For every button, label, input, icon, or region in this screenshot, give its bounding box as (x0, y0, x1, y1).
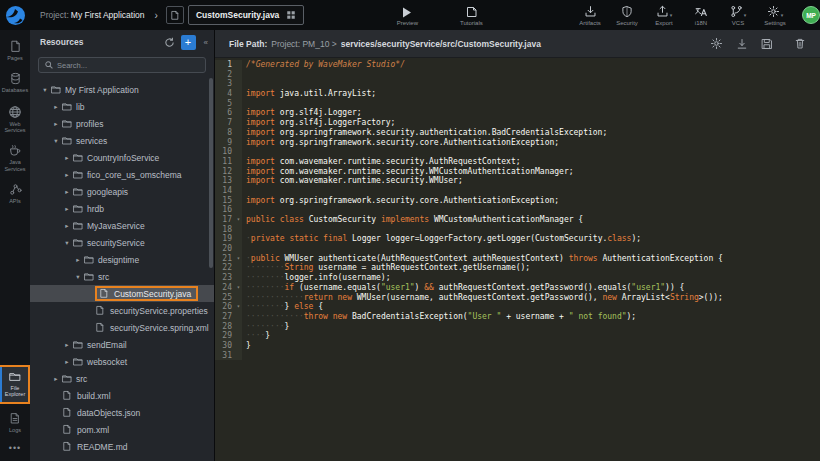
fold-caret-icon[interactable]: ▾ (235, 254, 242, 264)
save-icon[interactable] (761, 38, 773, 50)
line-number: 1 (215, 60, 235, 70)
tree-row-securityservice[interactable]: ▾securityService (30, 234, 214, 251)
project-name: My First Application (71, 10, 145, 20)
grid-icon[interactable] (286, 10, 296, 20)
tree-row-googleapis[interactable]: ▸googleapis (30, 183, 214, 200)
fold-caret-icon[interactable]: ▾ (235, 302, 242, 312)
tree-row-myjavaservice[interactable]: ▸MyJavaService (30, 217, 214, 234)
rail-item-java-services[interactable]: Java Services (0, 140, 30, 176)
tree-row-fico-core-us-omschema[interactable]: ▸fico_core_us_omschema (30, 166, 214, 183)
caret-right-icon[interactable]: ▸ (62, 171, 72, 179)
tab-customsecurity-java[interactable]: CustomSecurity.java (188, 5, 304, 25)
code-text (242, 79, 246, 89)
fold-gutter (235, 138, 242, 148)
caret-right-icon[interactable]: ▸ (62, 188, 72, 196)
tree-row-websocket[interactable]: ▸websocket (30, 353, 214, 370)
folder-icon (61, 136, 73, 146)
code-line-4: 4import java.util.ArrayList; (215, 89, 820, 99)
export-button[interactable]: ▾Export (649, 5, 679, 26)
file-path-value: services/securityService/src/CustomSecur… (341, 39, 710, 49)
code-editor[interactable]: 1/*Generated by WaveMaker Studio*/234imp… (215, 58, 820, 461)
code-line-27: 27············throw new BadCredentialsEx… (215, 312, 820, 322)
tree-row-src[interactable]: ▸src (30, 370, 214, 387)
caret-right-icon[interactable]: ▸ (51, 375, 61, 383)
user-avatar[interactable]: MP (802, 6, 820, 24)
action-label: Export (655, 20, 672, 26)
more-options-button[interactable]: ••• (9, 437, 21, 461)
tree-row-dataobjects-json[interactable]: dataObjects.json (30, 404, 214, 421)
vcs-branch-icon (730, 5, 743, 18)
tree-scrollbar[interactable] (209, 78, 213, 268)
artifacts-button[interactable]: Artifacts (575, 5, 605, 26)
security-button[interactable]: Security (612, 5, 642, 26)
line-number: 30 (215, 341, 235, 351)
caret-right-icon[interactable]: ▸ (62, 154, 72, 162)
code-line-14: 14 (215, 186, 820, 196)
settings-gear-icon[interactable] (710, 37, 723, 50)
tree-row-lib[interactable]: ▸lib (30, 98, 214, 115)
tree-row-label: googleapis (87, 187, 128, 197)
code-line-20: 20 (215, 244, 820, 254)
tree-row-profiles[interactable]: ▸profiles (30, 115, 214, 132)
caret-down-icon[interactable]: ▾ (40, 86, 50, 94)
tree-row-my-first-application[interactable]: ▾My First Application (30, 81, 214, 98)
tree-row-sendemail[interactable]: ▸sendEmail (30, 336, 214, 353)
rail-item-web-services[interactable]: Web Services (0, 101, 30, 138)
i18n-button[interactable]: i18N (686, 5, 716, 26)
line-number: 20 (215, 244, 235, 254)
caret-right-icon[interactable]: ▸ (51, 103, 61, 111)
code-line-1: 1/*Generated by WaveMaker Studio*/ (215, 60, 820, 70)
tree-row-hrdb[interactable]: ▸hrdb (30, 200, 214, 217)
code-text (242, 351, 246, 361)
code-line-11: 11import com.wavemaker.runtime.security.… (215, 157, 820, 167)
project-breadcrumb: Project: My First Application (40, 10, 145, 20)
download-icon[interactable] (736, 38, 748, 50)
tree-row-securityservice-properties[interactable]: securityService.properties (30, 302, 214, 319)
caret-right-icon[interactable]: ▸ (73, 256, 83, 264)
code-text: import org.slf4j.Logger; (242, 108, 362, 118)
tree-row-customsecurity-java[interactable]: CustomSecurity.java (30, 285, 214, 302)
add-resource-button[interactable]: + (181, 35, 196, 50)
tree-row-services[interactable]: ▾services (30, 132, 214, 149)
search-input[interactable]: Search... (38, 57, 206, 73)
rail-item-apis[interactable]: APIs (0, 179, 30, 208)
tree-row-build-xml[interactable]: build.xml (30, 387, 214, 404)
caret-right-icon[interactable]: ▸ (62, 341, 72, 349)
tutorials-button[interactable]: Tutorials (456, 5, 486, 26)
caret-right-icon[interactable]: ▸ (62, 205, 72, 213)
caret-right-icon[interactable]: ▸ (62, 222, 72, 230)
code-line-28: 28········} (215, 322, 820, 332)
tree-row-countryinfoservice[interactable]: ▸CountryInfoService (30, 149, 214, 166)
code-text: import org.springframework.security.auth… (242, 128, 607, 138)
chevron-right-icon: › (155, 10, 158, 21)
tree-row-pom-xml[interactable]: pom.xml (30, 421, 214, 438)
file-icon (95, 305, 105, 316)
caret-down-icon[interactable]: ▾ (51, 137, 61, 145)
settings-button[interactable]: ▾Settings (760, 5, 790, 26)
fold-gutter (235, 263, 242, 273)
collapse-panel-icon[interactable]: « (204, 38, 208, 47)
resources-panel: Resources + « (30, 30, 215, 461)
fold-caret-icon[interactable]: ▾ (235, 215, 242, 225)
caret-down-icon[interactable]: ▾ (73, 273, 83, 281)
tree-row-securityservice-spring-xml[interactable]: securityService.spring.xml (30, 319, 214, 336)
trash-icon[interactable] (794, 37, 806, 50)
vcs-button[interactable]: ▾VCS (723, 5, 753, 26)
caret-right-icon[interactable]: ▸ (51, 120, 61, 128)
rail-item-file-explorer[interactable]: File Explorer (0, 365, 30, 404)
rail-item-pages[interactable]: Pages (0, 36, 30, 65)
fold-caret-icon[interactable]: ▾ (235, 283, 242, 293)
preview-button[interactable]: Preview (392, 5, 422, 26)
file-tab-doc-button[interactable] (166, 6, 184, 24)
tree-row-readme-md[interactable]: README.md (30, 438, 214, 455)
wavemaker-logo-icon[interactable] (0, 0, 30, 30)
caret-right-icon[interactable]: ▸ (62, 358, 72, 366)
tree-row-src[interactable]: ▾src (30, 268, 214, 285)
rail-item-logs[interactable]: Logs (0, 408, 30, 437)
tree-row-designtime[interactable]: ▸designtime (30, 251, 214, 268)
rail-item-databases[interactable]: Databases (0, 68, 30, 97)
search-placeholder: Search... (57, 61, 87, 70)
code-text: import org.springframework.security.core… (242, 138, 559, 148)
caret-down-icon[interactable]: ▾ (62, 239, 72, 247)
refresh-icon[interactable] (164, 37, 175, 48)
